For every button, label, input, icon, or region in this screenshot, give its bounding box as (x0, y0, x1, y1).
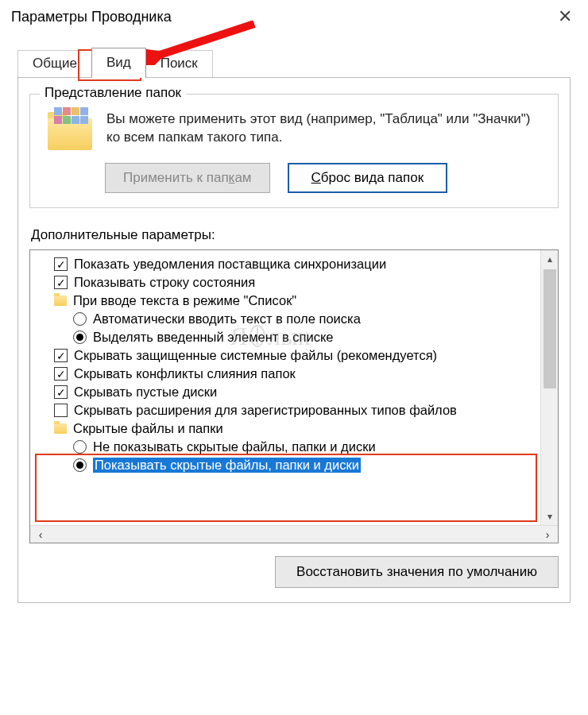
advanced-settings-label: Дополнительные параметры: (31, 227, 557, 243)
scrollbar-thumb[interactable] (544, 269, 556, 388)
tab-search[interactable]: Поиск (145, 50, 213, 77)
tab-strip: Общие Вид Поиск (0, 32, 588, 77)
checkbox-icon[interactable] (54, 276, 68, 289)
list-item[interactable]: Скрывать расширения для зарегистрированн… (30, 401, 558, 419)
scroll-left-icon[interactable]: ‹ (30, 528, 51, 541)
folder-views-group: Представление папок Вы можете применить … (29, 94, 559, 208)
checkbox-icon[interactable] (54, 385, 68, 399)
tab-general[interactable]: Общие (17, 50, 92, 77)
list-item[interactable]: Скрывать конфликты слияния папок (30, 365, 558, 383)
folder-icon (48, 110, 92, 150)
list-item[interactable]: Показать уведомления поставщика синхрони… (30, 255, 558, 273)
list-item[interactable]: Скрывать защищенные системные файлы (рек… (30, 346, 558, 365)
tab-panel-view: Представление папок Вы можете применить … (17, 77, 571, 603)
scroll-right-icon[interactable]: › (537, 528, 558, 541)
list-item[interactable]: Показывать скрытые файлы, папки и диски (30, 456, 558, 474)
apply-to-folders-button: Применить к папкамПрименить к папкам (105, 163, 270, 193)
horizontal-scrollbar[interactable]: ‹ › (30, 525, 558, 543)
checkbox-icon[interactable] (54, 349, 68, 362)
scroll-down-icon[interactable]: ▾ (541, 508, 558, 525)
checkbox-icon[interactable] (54, 257, 68, 271)
list-item[interactable]: Выделять введенный элемент в списке (30, 328, 558, 346)
list-item[interactable]: Показывать строку состояния (30, 273, 558, 292)
close-icon[interactable]: ✕ (553, 6, 577, 27)
list-item[interactable]: При вводе текста в режиме "Список" (30, 292, 558, 310)
radio-icon[interactable] (73, 458, 87, 472)
folder-views-legend: Представление папок (40, 85, 186, 101)
checkbox-icon[interactable] (54, 367, 68, 381)
tab-view[interactable]: Вид (91, 48, 146, 78)
radio-icon[interactable] (73, 312, 87, 326)
folder-icon (54, 296, 67, 306)
radio-icon[interactable] (73, 330, 87, 344)
folder-icon (54, 423, 67, 434)
scroll-up-icon[interactable]: ▴ (541, 250, 558, 268)
folder-views-description: Вы можете применить этот вид (например, … (106, 110, 542, 147)
list-item[interactable]: Не показывать скрытые файлы, папки и дис… (30, 438, 558, 456)
window-title: Параметры Проводника (11, 9, 172, 25)
list-item[interactable]: Скрывать пустые диски (30, 383, 558, 401)
restore-defaults-button[interactable]: Восстановить значения по умолчанию (275, 556, 559, 588)
reset-folders-button[interactable]: Сброс вида папокСброс вида папок (288, 163, 448, 193)
list-item[interactable]: Скрытые файлы и папки (30, 419, 558, 438)
vertical-scrollbar[interactable]: ▴ ▾ (540, 250, 558, 525)
checkbox-icon[interactable] (54, 404, 68, 417)
radio-icon[interactable] (73, 440, 87, 454)
advanced-settings-list: Показать уведомления поставщика синхрони… (29, 249, 559, 543)
list-item[interactable]: Автоматически вводить текст в поле поиск… (30, 310, 558, 328)
